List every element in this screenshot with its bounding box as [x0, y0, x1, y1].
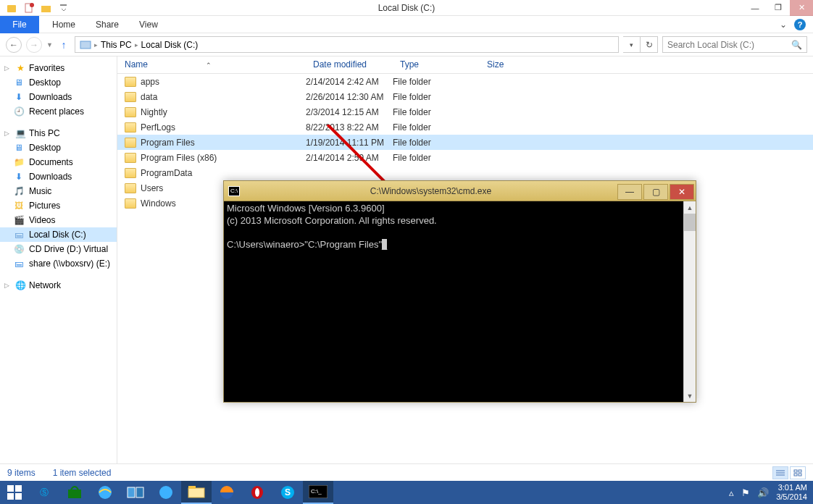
thumbnails-view-button[interactable]	[790, 466, 806, 479]
nav-back-button[interactable]: ←	[6, 37, 22, 53]
file-name: Nightly	[141, 107, 167, 117]
svg-point-19	[99, 486, 112, 499]
sidebar-item-downloads2[interactable]: ⬇Downloads	[0, 169, 117, 184]
file-row[interactable]: ProgramData	[117, 165, 813, 180]
column-name[interactable]: Name⌃	[117, 56, 306, 73]
taskbar-skype-icon[interactable]: Ⓢ	[29, 481, 59, 504]
nav-forward-button[interactable]: →	[26, 37, 42, 53]
tray-clock[interactable]: 3:01 AM 3/5/2014	[776, 483, 807, 502]
column-headers: Name⌃ Date modified Type Size	[117, 56, 813, 74]
sidebar-item-share[interactable]: 🖴share (\\vboxsrv) (E:)	[0, 256, 117, 271]
column-type[interactable]: Type	[393, 56, 480, 73]
pictures-icon: 🖼	[13, 200, 25, 211]
taskbar-skype2-icon[interactable]: S	[272, 481, 303, 504]
sidebar-item-videos[interactable]: 🎬Videos	[0, 213, 117, 227]
taskbar-cmd-button[interactable]: C:\_	[303, 481, 333, 504]
file-row[interactable]: Program Files (x86)2/14/2014 2:59 AMFile…	[117, 150, 813, 165]
sidebar-item-downloads[interactable]: ⬇Downloads	[0, 90, 117, 104]
taskbar-opera-icon[interactable]	[242, 481, 272, 504]
cmd-body[interactable]: Microsoft Windows [Version 6.3.9600] (c)…	[224, 201, 683, 402]
taskbar-ie-icon[interactable]	[90, 481, 120, 504]
taskbar-firefox-icon[interactable]	[212, 481, 242, 504]
sidebar-item-recent[interactable]: 🕘Recent places	[0, 104, 117, 119]
sidebar-item-desktop[interactable]: 🖥Desktop	[0, 75, 117, 90]
file-type: File folder	[393, 153, 480, 163]
sidebar-item-pictures[interactable]: 🖼Pictures	[0, 198, 117, 213]
ribbon-home-tab[interactable]: Home	[42, 17, 86, 33]
ribbon-view-tab[interactable]: View	[129, 17, 168, 33]
file-row[interactable]: PerfLogs8/22/2013 8:22 AMFile folder	[117, 119, 813, 135]
address-bar[interactable]: ▸ This PC ▸ Local Disk (C:)	[75, 36, 619, 53]
file-name: Program Files	[141, 138, 195, 148]
sidebar-item-localdisk[interactable]: 🖴Local Disk (C:)	[0, 227, 117, 242]
details-view-button[interactable]	[772, 466, 788, 479]
cmd-titlebar[interactable]: C:\ C:\Windows\system32\cmd.exe — ▢ ✕	[224, 181, 696, 201]
column-size[interactable]: Size	[480, 56, 567, 73]
qat-newfolder-icon[interactable]	[41, 2, 52, 14]
taskbar-store-icon[interactable]	[59, 481, 90, 504]
ribbon-share-tab[interactable]: Share	[86, 17, 129, 33]
help-icon[interactable]: ?	[794, 19, 806, 30]
close-button[interactable]: ✕	[790, 0, 813, 16]
tray-up-icon[interactable]: ▵	[729, 487, 734, 498]
qat-properties-icon[interactable]	[23, 2, 35, 14]
svg-rect-5	[80, 41, 91, 49]
svg-point-22	[159, 486, 172, 499]
recent-icon: 🕘	[13, 106, 25, 117]
ribbon-file-tab[interactable]: File	[0, 16, 39, 33]
cmd-close-button[interactable]: ✕	[670, 184, 694, 200]
breadcrumb-thispc[interactable]: This PC	[101, 40, 132, 50]
scroll-down-icon[interactable]: ▼	[684, 390, 696, 402]
svg-rect-0	[7, 5, 16, 12]
taskbar-taskview-icon[interactable]	[120, 481, 151, 504]
maximize-button[interactable]: ❐	[767, 0, 790, 16]
nav-history-icon[interactable]: ▼	[46, 41, 53, 49]
qat-dropdown-icon[interactable]	[58, 2, 70, 14]
folder-icon	[125, 168, 136, 178]
file-row[interactable]: apps2/14/2014 2:42 AMFile folder	[117, 74, 813, 89]
cmd-minimize-button[interactable]: —	[617, 184, 642, 200]
taskbar-explorer-button[interactable]	[181, 481, 212, 504]
search-icon[interactable]: 🔍	[791, 40, 802, 50]
refresh-button[interactable]: ↻	[641, 36, 658, 53]
column-date[interactable]: Date modified	[306, 56, 393, 73]
cmd-window[interactable]: C:\ C:\Windows\system32\cmd.exe — ▢ ✕ Mi…	[223, 180, 696, 403]
address-dropdown-icon[interactable]: ▾	[623, 36, 641, 53]
svg-point-2	[30, 3, 34, 7]
sidebar-item-music[interactable]: 🎵Music	[0, 184, 117, 198]
search-input[interactable]	[667, 40, 791, 50]
tray-volume-icon[interactable]: 🔊	[757, 487, 769, 498]
svg-rect-12	[794, 474, 797, 476]
breadcrumb-sep-icon[interactable]: ▸	[94, 41, 98, 49]
tray-flag-icon[interactable]: ⚑	[741, 487, 750, 498]
ribbon-expand-icon[interactable]: ⌄	[780, 20, 787, 30]
scroll-up-icon[interactable]: ▲	[684, 201, 696, 214]
minimize-button[interactable]: —	[743, 0, 767, 16]
network-header[interactable]: ▷🌐Network	[0, 278, 117, 293]
svg-text:C:\_: C:\_	[311, 488, 322, 495]
start-button[interactable]	[0, 481, 29, 504]
sidebar-item-cddrive[interactable]: 💿CD Drive (D:) Virtual	[0, 242, 117, 256]
file-row[interactable]: data2/26/2014 12:30 AMFile folder	[117, 89, 813, 104]
cmd-title: C:\Windows\system32\cmd.exe	[244, 186, 617, 196]
svg-rect-18	[68, 490, 81, 498]
svg-rect-11	[799, 470, 801, 472]
breadcrumb-sep-icon[interactable]: ▸	[135, 41, 138, 49]
navigation-pane: ▷★Favorites 🖥Desktop ⬇Downloads 🕘Recent …	[0, 56, 117, 463]
cmd-scrollbar[interactable]: ▲ ▼	[683, 201, 696, 402]
sidebar-item-desktop2[interactable]: 🖥Desktop	[0, 140, 117, 155]
search-box[interactable]: 🔍	[662, 36, 807, 53]
file-row[interactable]: Program Files1/19/2014 11:11 PMFile fold…	[117, 135, 813, 150]
sidebar-item-documents[interactable]: 📁Documents	[0, 155, 117, 169]
folder-icon	[125, 107, 136, 117]
favorites-header[interactable]: ▷★Favorites	[0, 61, 117, 75]
breadcrumb-location[interactable]: Local Disk (C:)	[141, 40, 199, 50]
scroll-thumb[interactable]	[684, 214, 696, 231]
file-row[interactable]: Nightly2/3/2014 12:15 AMFile folder	[117, 104, 813, 119]
file-type: File folder	[393, 138, 480, 148]
nav-up-button[interactable]: ↑	[57, 38, 70, 51]
thispc-header[interactable]: ▷💻This PC	[0, 126, 117, 140]
taskbar-ie2-icon[interactable]	[151, 481, 181, 504]
folder-icon	[125, 183, 136, 193]
cmd-maximize-button[interactable]: ▢	[643, 184, 668, 200]
